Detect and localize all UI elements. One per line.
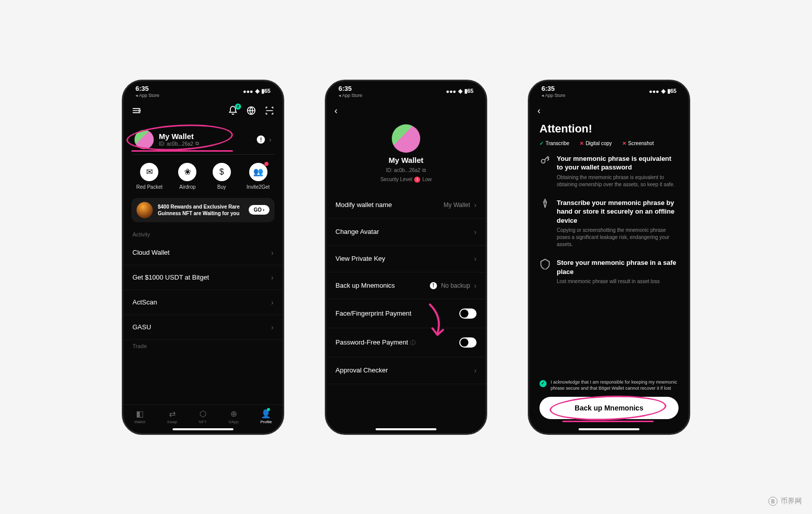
action-red-packet[interactable]: ✉ Red Packet (137, 163, 163, 190)
row-modify-name[interactable]: Modify wallet name My Wallet› (326, 192, 486, 219)
status-bar: 6:35 ◂ App Store ●●● ◈ ▮65 (123, 81, 283, 101)
chevron-right-icon: › (271, 273, 274, 282)
section-trade-label: Trade (123, 340, 283, 352)
notification-badge: 2 (235, 104, 241, 110)
toggle-pwd-free[interactable] (459, 337, 477, 348)
status-appstore-link[interactable]: ◂ App Store (339, 93, 362, 98)
wallet-icon: ◧ (136, 409, 144, 419)
signal-icon: ●●● (446, 88, 456, 94)
signal-icon: ●●● (649, 88, 659, 94)
status-time: 6:35 (339, 85, 362, 92)
status-time: 6:35 (136, 85, 159, 92)
row-get-usdt[interactable]: Get $1000 USDT at Bitget› (123, 265, 283, 290)
wallet-name: My Wallet (389, 156, 424, 164)
annotation-underline (131, 150, 233, 152)
row-view-private-key[interactable]: View Private Key› (326, 246, 486, 272)
red-dot-badge (264, 162, 268, 166)
back-button[interactable]: ‹ (326, 101, 486, 120)
wallet-card[interactable]: My Wallet ID: ac0b...26a2 ⧉ ! › (131, 125, 275, 155)
tab-nft[interactable]: ⬡NFT (199, 409, 207, 424)
action-buy[interactable]: $ Buy (213, 163, 231, 190)
action-airdrop[interactable]: ❀ Airdrop (178, 163, 196, 190)
bell-icon[interactable]: 2 (228, 106, 238, 116)
copy-icon[interactable]: ⧉ (195, 141, 199, 147)
globe-icon[interactable] (246, 106, 256, 116)
checkbox-checked-icon[interactable]: ✓ (539, 380, 547, 387)
row-gasu[interactable]: GASU› (123, 315, 283, 340)
battery-icon: ▮65 (667, 88, 676, 94)
svg-point-2 (139, 110, 140, 111)
check-screenshot: ✕Screenshot (622, 141, 654, 146)
tab-profile[interactable]: 👤Profile (260, 409, 272, 424)
row-face-fingerprint[interactable]: Face/Fingerprint Payment (326, 299, 486, 328)
acknowledge-text: I acknowledge that I am responsible for … (551, 380, 679, 391)
check-row: ✓Transcribe ✕Digital copy ✕Screenshot (529, 141, 689, 154)
cross-icon: ✕ (580, 141, 584, 146)
dapp-icon: ⊕ (230, 409, 237, 419)
info-block-safe: Store your mnemonic phrase in a safe pla… (539, 258, 679, 285)
tab-swap[interactable]: ⇄Swap (167, 409, 177, 424)
tab-dapp[interactable]: ⊕DApp (228, 409, 239, 424)
wallet-id: ID: ac0b...26a2 ⧉ (159, 141, 252, 147)
chevron-right-icon: › (474, 366, 477, 374)
status-time: 6:35 (542, 85, 565, 92)
row-change-avatar[interactable]: Change Avatar› (326, 219, 486, 246)
profile-header: My Wallet ID: ac0b...26a2 ⧉ Security Lev… (326, 120, 486, 192)
warning-icon: ! (430, 282, 437, 289)
action-invite[interactable]: 👥 Invite2Get (247, 163, 270, 190)
row-password-free[interactable]: Password-Free Payment ⓘ (326, 328, 486, 357)
help-icon[interactable]: ⓘ (410, 339, 416, 346)
check-digital-copy: ✕Digital copy (580, 141, 612, 146)
wallet-id: ID: ac0b...26a2 ⧉ (386, 167, 426, 174)
safe-icon (539, 258, 551, 269)
watermark-icon: B (768, 497, 777, 506)
annotation-underline (562, 421, 654, 422)
chevron-right-icon: › (271, 323, 274, 331)
active-dot (267, 408, 270, 411)
tab-wallet[interactable]: ◧Wallet (134, 409, 145, 424)
acknowledge-row[interactable]: ✓ I acknowledge that I am responsible fo… (529, 373, 689, 396)
battery-icon: ▮65 (261, 88, 270, 94)
promo-banner[interactable]: $400 Rewards and Exclusive Rare Guinness… (131, 198, 275, 222)
phone-profile-screen: 6:35 ◂ App Store ●●● ◈ ▮65 2 (122, 80, 284, 435)
wifi-icon: ◈ (661, 88, 665, 94)
avatar[interactable] (392, 124, 420, 153)
backup-mnemonics-button[interactable]: Back up Mnemonics (539, 397, 679, 419)
avatar (134, 130, 154, 149)
banner-go-button[interactable]: GO› (249, 205, 269, 215)
airdrop-icon: ❀ (184, 167, 191, 177)
toggle-face-payment[interactable] (459, 309, 477, 319)
chevron-right-icon: › (474, 255, 477, 263)
status-appstore-link[interactable]: ◂ App Store (542, 93, 565, 98)
chevron-right-icon: › (269, 135, 272, 144)
row-actscan[interactable]: ActScan› (123, 290, 283, 315)
home-indicator[interactable] (376, 428, 436, 430)
watermark: B 币界网 (768, 497, 802, 506)
info-blocks: Your mnemonic phrase is equivalent to yo… (529, 154, 689, 374)
info-block-password: Your mnemonic phrase is equivalent to yo… (539, 154, 679, 188)
key-icon (539, 154, 551, 165)
scan-icon[interactable] (264, 106, 275, 116)
info-block-transcribe: Transcribe your mnemonic phrase by hand … (539, 198, 679, 249)
check-icon: ✓ (539, 141, 544, 146)
row-cloud-wallet[interactable]: Cloud Wallet› (123, 241, 283, 265)
chevron-right-icon: › (474, 282, 477, 290)
pen-icon (539, 198, 551, 210)
copy-icon[interactable]: ⧉ (422, 167, 426, 174)
tab-bar: ◧Wallet ⇄Swap ⬡NFT ⊕DApp 👤Profile (123, 404, 283, 426)
dollar-icon: $ (219, 167, 224, 177)
section-activity-label: Activity (123, 228, 283, 241)
chevron-right-icon: › (271, 249, 274, 257)
envelope-icon: ✉ (146, 167, 153, 177)
swap-icon: ⇄ (169, 409, 176, 419)
home-indicator[interactable] (579, 428, 639, 430)
back-button[interactable]: ‹ (529, 101, 689, 120)
home-indicator[interactable] (173, 428, 233, 430)
row-backup-mnemonics[interactable]: Back up Mnemonics ! No backup › (326, 272, 486, 299)
status-appstore-link[interactable]: ◂ App Store (136, 93, 159, 98)
page-title: Attention! (529, 120, 689, 141)
battery-icon: ▮65 (464, 88, 473, 94)
security-level: Security Level ! Low (380, 177, 431, 183)
menu-settings-icon[interactable] (131, 106, 142, 116)
row-approval-checker[interactable]: Approval Checker› (326, 357, 486, 384)
